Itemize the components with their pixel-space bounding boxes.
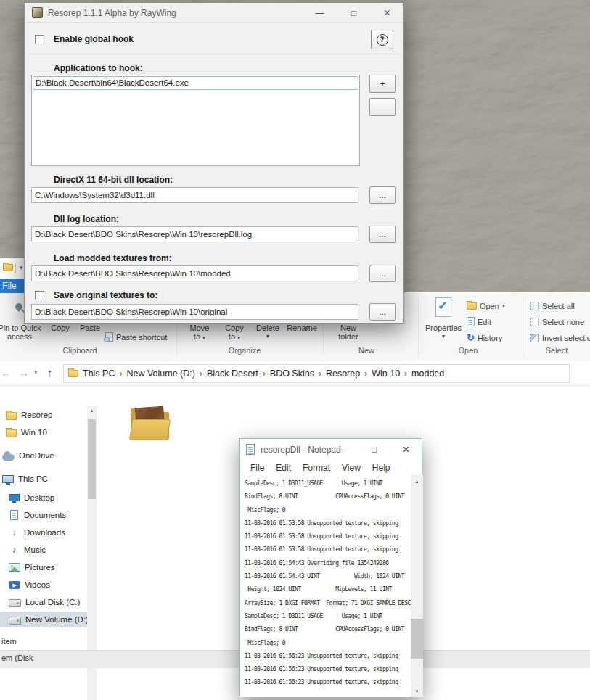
menu-edit[interactable]: Edit — [270, 463, 297, 473]
add-application-button[interactable]: + — [369, 75, 396, 93]
open-button[interactable]: Open ▾ — [467, 300, 505, 312]
help-button[interactable]: ? — [371, 30, 393, 49]
dx11-location-field[interactable]: C:\Windows\System32\d3d11.dll — [31, 187, 358, 203]
properties-button[interactable]: Properties ▾ — [422, 324, 465, 341]
paste-button[interactable]: Paste — [75, 324, 105, 332]
invert-selection-button[interactable]: Invert selection — [530, 332, 590, 344]
resorep-titlebar[interactable]: Resorep 1.1.1 Alpha by RayWing — □ × — [25, 3, 403, 23]
delete-button[interactable]: Delete ▾ — [252, 324, 284, 341]
enable-global-hook-checkbox[interactable] — [35, 35, 44, 44]
breadcrumb-modded[interactable]: modded — [407, 368, 448, 379]
save-original-checkbox[interactable] — [35, 291, 44, 300]
open-label: Open — [480, 302, 499, 310]
resorep-app-icon — [32, 7, 43, 18]
log-line: 11-03-2016 01:56:23 Unsupported texture,… — [240, 650, 411, 663]
downloads-icon: ↓ — [9, 528, 20, 537]
sidebar-label: Music — [24, 545, 46, 554]
forward-icon[interactable]: → — [18, 366, 29, 379]
minimize-button[interactable]: — — [303, 3, 337, 22]
recent-locations-caret-icon[interactable]: ▾ — [34, 368, 38, 376]
modded-browse-button[interactable]: ... — [369, 265, 396, 282]
properties-label: Properties — [422, 324, 465, 332]
close-button[interactable]: × — [370, 3, 404, 22]
copy-button[interactable]: Copy — [46, 324, 75, 332]
log-line: SampleDesc; 1 D3D11_USAGE Usage; 1 UINT — [240, 477, 411, 490]
notepad-scrollbar[interactable]: ▴ ▾ — [411, 475, 423, 697]
notepad-scrollbar-thumb[interactable] — [411, 619, 423, 659]
menu-view[interactable]: View — [336, 463, 366, 473]
select-all-button[interactable]: Select all — [530, 300, 575, 312]
applications-list[interactable]: D:\Black Desert\bin64\BlackDesert64.exe — [31, 75, 360, 166]
menu-file[interactable]: File — [245, 463, 270, 473]
log-line: BindFlags; 8 UINT CPUAccessFlags; 0 UINT — [240, 623, 411, 636]
maximize-button[interactable]: □ — [337, 3, 371, 22]
scroll-down-icon[interactable]: ▾ — [411, 685, 423, 697]
file-item-folder[interactable] — [129, 405, 171, 443]
sidebar-item-onedrive[interactable]: OneDrive — [0, 448, 97, 464]
group-label-select: Select — [526, 346, 587, 355]
sidebar-scrollbar-thumb[interactable] — [88, 419, 96, 499]
sidebar-item-desktop[interactable]: Desktop — [0, 490, 97, 506]
close-button[interactable]: × — [390, 439, 422, 461]
group-separator — [418, 297, 419, 355]
dll-log-location-field[interactable]: D:\Black Desert\BDO Skins\Resorep\Win 10… — [31, 226, 358, 242]
paste-shortcut-button[interactable]: Paste shortcut — [105, 331, 167, 343]
sidebar-item-new-volume-d[interactable]: New Volume (D:) — [0, 612, 97, 627]
log-line: Height; 1024 UINT MipLevels; 11 UINT — [240, 583, 411, 596]
breadcrumb-black-desert[interactable]: Black Desert — [202, 368, 263, 379]
music-icon: ♪ — [9, 545, 20, 554]
breadcrumb-new-volume[interactable]: New Volume (D:) — [122, 368, 199, 379]
select-all-icon — [530, 302, 539, 310]
group-label-organize: Organize — [214, 346, 275, 355]
documents-icon — [10, 510, 18, 520]
scroll-up-icon[interactable]: ▴ — [87, 408, 97, 413]
maximize-button[interactable]: □ — [358, 439, 390, 461]
breadcrumb-win-10[interactable]: Win 10 — [367, 368, 404, 379]
sidebar-item-documents[interactable]: Documents — [0, 507, 97, 523]
move-to-button[interactable]: Move to ▾ — [182, 324, 217, 342]
scroll-up-icon[interactable]: ▴ — [411, 475, 423, 487]
history-button[interactable]: ↻ History — [467, 332, 502, 344]
minimize-button[interactable]: — — [325, 439, 358, 461]
breadcrumb-resorep[interactable]: Resorep — [321, 368, 364, 379]
quick-access-toolbar-caret-icon[interactable]: ▾ — [20, 264, 23, 271]
remove-application-button[interactable] — [369, 98, 396, 116]
select-none-button[interactable]: Select none — [530, 316, 584, 328]
application-list-item[interactable]: D:\Black Desert\bin64\BlackDesert64.exe — [33, 76, 358, 90]
sidebar-item-resorep[interactable]: Resorep — [0, 407, 97, 423]
sidebar-item-downloads[interactable]: ↓ Downloads — [0, 524, 97, 540]
rename-button[interactable]: Rename — [284, 324, 320, 332]
sidebar-item-win10[interactable]: Win 10 — [0, 424, 97, 440]
sidebar-label: Win 10 — [21, 428, 47, 437]
dx11-browse-button[interactable]: ... — [369, 186, 396, 204]
sidebar-item-local-disk-c[interactable]: Local Disk (C:) — [0, 594, 97, 610]
sidebar-item-music[interactable]: ♪ Music — [0, 542, 97, 558]
address-bar: ← → ▾ ↑ This PC › New Volume (D:) › Blac… — [0, 361, 590, 386]
breadcrumb-bdo-skins[interactable]: BDO Skins — [266, 368, 319, 379]
edit-button[interactable]: Edit — [467, 316, 491, 328]
new-folder-button[interactable]: New folder — [329, 324, 368, 341]
log-line: 11-03-2016 01:56:23 Unsupported texture,… — [240, 676, 411, 689]
breadcrumb[interactable]: This PC › New Volume (D:) › Black Desert… — [63, 364, 570, 383]
notepad-text-area[interactable]: SampleDesc; 1 D3D11_USAGE Usage; 1 UINT … — [240, 475, 411, 697]
invert-selection-label: Invert selection — [542, 334, 590, 342]
sidebar-item-videos[interactable]: ▶ Videos — [0, 577, 97, 593]
notepad-titlebar[interactable]: resorepDll - Notepad — □ × — [240, 439, 422, 461]
modded-textures-field[interactable]: D:\Black Desert\BDO Skins\Resorep\Win 10… — [31, 265, 358, 281]
menu-help[interactable]: Help — [366, 463, 396, 473]
breadcrumb-this-pc[interactable]: This PC — [78, 368, 119, 379]
pin-to-quick-access-button[interactable]: Pin to Quick access — [0, 324, 46, 341]
up-icon[interactable]: ↑ — [47, 366, 53, 379]
menu-format[interactable]: Format — [297, 463, 336, 473]
log-line: 11-03-2016 01:56:23 Unsupported texture,… — [240, 663, 411, 676]
sidebar-label: Downloads — [24, 528, 65, 537]
dll-log-browse-button[interactable]: ... — [369, 226, 396, 243]
sidebar-item-this-pc[interactable]: This PC — [0, 471, 97, 487]
copy-to-button[interactable]: Copy to ▾ — [217, 324, 252, 342]
dropdown-caret-icon: ▾ — [502, 302, 505, 309]
original-textures-field[interactable]: D:\Black Desert\BDO Skins\Resorep\Win 10… — [31, 304, 358, 320]
log-line: 11-03-2016 01:53:58 Unsupported texture,… — [240, 530, 411, 543]
original-browse-button[interactable]: ... — [369, 303, 396, 321]
sidebar-item-pictures[interactable]: Pictures — [0, 559, 97, 575]
back-icon[interactable]: ← — [1, 366, 12, 379]
